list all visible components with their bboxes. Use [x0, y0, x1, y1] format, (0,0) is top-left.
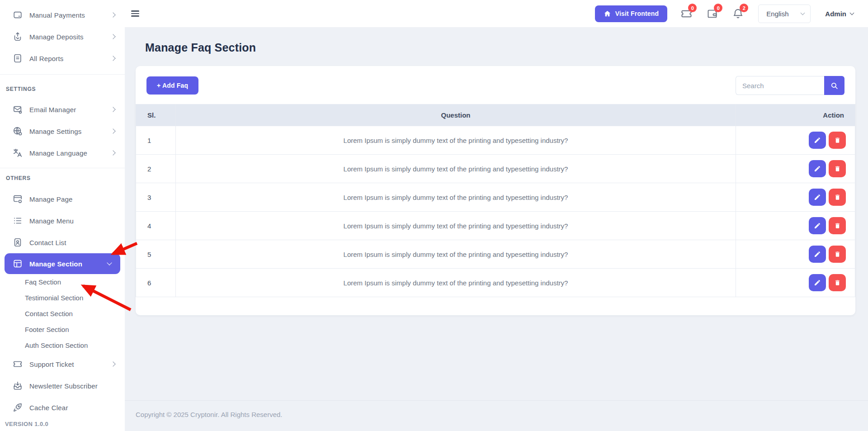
pencil-icon	[814, 251, 821, 258]
cell-question: Lorem Ipsum is simply dummy text of the …	[176, 183, 736, 212]
chevron-down-icon	[801, 11, 805, 15]
edit-button[interactable]	[809, 160, 826, 177]
delete-button[interactable]	[829, 246, 846, 263]
trash-icon	[834, 251, 841, 258]
sidebar-item-newsletter-subscriber[interactable]: Newsletter Subscriber	[0, 375, 125, 397]
sidebar-item-label: Support Ticket	[29, 360, 111, 368]
pencil-icon	[814, 137, 821, 144]
sidebar-item-manage-deposits[interactable]: Manage Deposits	[0, 26, 125, 47]
cell-action	[736, 155, 855, 183]
delete-button[interactable]	[829, 189, 846, 206]
edit-button[interactable]	[809, 217, 826, 234]
sidebar-item-label: Manual Payments	[29, 11, 111, 19]
sidebar-item-manage-menu[interactable]: Manage Menu	[0, 210, 125, 232]
chevron-right-icon	[110, 56, 115, 61]
search-button[interactable]	[824, 76, 844, 95]
sidebar-divider	[0, 168, 125, 168]
sidebar-item-manage-settings[interactable]: Manage Settings	[0, 120, 125, 142]
trash-icon	[834, 137, 841, 144]
language-dropdown[interactable]: English	[758, 5, 811, 23]
sidebar-subitem-testimonial-section[interactable]: Testimonial Section	[0, 290, 125, 306]
table-row: 4 Lorem Ipsum is simply dummy text of th…	[136, 212, 855, 240]
deposit-hand-icon	[13, 32, 23, 42]
sidebar-item-manual-payments[interactable]: Manual Payments	[0, 4, 125, 26]
card-toolbar: + Add Faq	[136, 66, 855, 104]
sidebar-item-label: All Reports	[29, 55, 111, 62]
cell-action	[736, 269, 855, 297]
pencil-icon	[814, 222, 821, 229]
version-label: VERSION 1.0.0	[0, 418, 125, 429]
table-header-row: Sl. Question Action	[136, 104, 855, 126]
language-selected-label: English	[766, 10, 788, 18]
delete-button[interactable]	[829, 274, 846, 291]
notifications-badge: 2	[740, 4, 748, 12]
sidebar-subitem-contact-section[interactable]: Contact Section	[0, 306, 125, 322]
notifications-button[interactable]: 2	[731, 7, 745, 20]
chevron-right-icon	[110, 107, 115, 112]
sidebar-item-cache-clear[interactable]: Cache Clear	[0, 397, 125, 418]
cell-action	[736, 126, 855, 155]
cell-question: Lorem Ipsum is simply dummy text of the …	[176, 155, 736, 183]
cell-question: Lorem Ipsum is simply dummy text of the …	[176, 212, 736, 240]
admin-dropdown[interactable]: Admin	[825, 10, 854, 18]
list-icon	[13, 216, 23, 226]
edit-button[interactable]	[809, 189, 826, 206]
cell-question: Lorem Ipsum is simply dummy text of the …	[176, 269, 736, 297]
sidebar-subitem-faq-section[interactable]: Faq Section	[0, 274, 125, 290]
cell-question: Lorem Ipsum is simply dummy text of the …	[176, 240, 736, 269]
cell-sl: 4	[136, 212, 176, 240]
sidebar-item-manage-page[interactable]: Manage Page	[0, 188, 125, 210]
faq-card: + Add Faq Sl. Question Action	[136, 66, 855, 315]
delete-button[interactable]	[829, 217, 846, 234]
hamburger-menu-icon[interactable]	[131, 8, 143, 19]
delete-button[interactable]	[829, 132, 846, 149]
edit-button[interactable]	[809, 246, 826, 263]
trash-icon	[834, 194, 841, 201]
sidebar-subitem-auth-section-section[interactable]: Auth Section Section	[0, 337, 125, 353]
main-content: Manage Faq Section + Add Faq Sl. Questio…	[125, 27, 868, 431]
inbox-download-icon	[13, 381, 23, 391]
edit-button[interactable]	[809, 274, 826, 291]
chevron-down-icon	[107, 260, 112, 265]
edit-button[interactable]	[809, 132, 826, 149]
table-row: 5 Lorem Ipsum is simply dummy text of th…	[136, 240, 855, 269]
cell-action	[736, 240, 855, 269]
ticket-icon	[13, 359, 23, 369]
sidebar-item-label: Manage Deposits	[29, 33, 111, 41]
copyright-footer: Copyright © 2025 Cryptonir. All Rights R…	[125, 400, 868, 431]
page-title: Manage Faq Section	[145, 41, 855, 54]
sidebar-subitem-footer-section[interactable]: Footer Section	[0, 322, 125, 337]
chevron-right-icon	[110, 34, 115, 39]
delete-button[interactable]	[829, 160, 846, 177]
cell-sl: 3	[136, 183, 176, 212]
trash-icon	[834, 222, 841, 229]
ticket-menu-button[interactable]: 0	[679, 7, 693, 20]
sidebar-item-email-manager[interactable]: Email Manager	[0, 99, 125, 120]
sidebar-item-manage-language[interactable]: Manage Language	[0, 142, 125, 164]
sidebar: Manual Payments Manage Deposits All Repo…	[0, 0, 125, 431]
sidebar-section-others: OTHERS	[0, 172, 125, 184]
visit-frontend-button[interactable]: Visit Frontend	[595, 5, 668, 22]
sidebar-item-label: Manage Menu	[29, 217, 115, 225]
report-file-icon	[13, 53, 23, 63]
sidebar-item-contact-list[interactable]: Contact List	[0, 232, 125, 253]
column-header-question: Question	[176, 104, 736, 126]
sidebar-item-label: Manage Settings	[29, 128, 111, 135]
chevron-right-icon	[110, 128, 115, 133]
page-gear-icon	[13, 194, 23, 204]
chevron-right-icon	[110, 12, 115, 17]
sidebar-item-support-ticket[interactable]: Support Ticket	[0, 353, 125, 375]
globe-gear-icon	[13, 126, 23, 136]
cell-action	[736, 183, 855, 212]
add-faq-button[interactable]: + Add Faq	[146, 76, 198, 95]
search-input[interactable]	[736, 76, 824, 95]
table-row: 1 Lorem Ipsum is simply dummy text of th…	[136, 126, 855, 155]
pencil-icon	[814, 279, 821, 286]
sidebar-item-all-reports[interactable]: All Reports	[0, 47, 125, 69]
sidebar-item-manage-section[interactable]: Manage Section	[5, 253, 120, 274]
admin-label: Admin	[825, 10, 846, 18]
cell-action	[736, 212, 855, 240]
pencil-icon	[814, 194, 821, 201]
sidebar-item-label: Email Manager	[29, 106, 111, 114]
wallet-menu-button[interactable]: 0	[705, 7, 719, 20]
